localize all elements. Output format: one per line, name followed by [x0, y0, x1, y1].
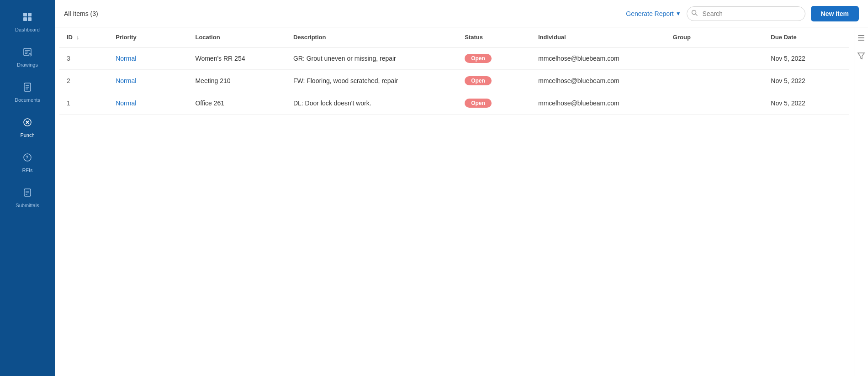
sidebar-item-dashboard[interactable]: Dashboard — [3, 5, 52, 39]
cell-id: 1 — [59, 92, 108, 115]
sidebar-item-punch[interactable]: Punch — [3, 111, 52, 144]
sidebar-item-documents[interactable]: Documents — [3, 76, 52, 109]
cell-due-date: Nov 5, 2022 — [763, 92, 849, 115]
svg-line-25 — [695, 14, 697, 16]
svg-rect-0 — [23, 13, 27, 16]
chevron-down-icon: ▼ — [676, 10, 681, 17]
cell-status: Open — [457, 47, 531, 70]
svg-rect-3 — [28, 17, 32, 21]
cell-priority: Normal — [108, 70, 188, 92]
rfis-icon: ? — [22, 152, 32, 165]
filter-icon[interactable] — [857, 52, 865, 62]
cell-due-date: Nov 5, 2022 — [763, 47, 849, 70]
items-table-container: ID ↓ Priority Location Description Statu… — [55, 27, 854, 376]
cell-group — [666, 47, 763, 70]
search-container — [687, 6, 805, 21]
table-row[interactable]: 2 Normal Meeting 210 FW: Flooring, wood … — [59, 70, 849, 92]
main-content: All Items (3) Generate Report ▼ New Item — [55, 0, 868, 376]
drawings-icon — [22, 47, 32, 59]
svg-rect-26 — [858, 35, 864, 36]
column-header-status[interactable]: Status — [457, 27, 531, 47]
sidebar-item-label: Dashboard — [15, 27, 40, 32]
search-icon — [691, 10, 698, 17]
cell-id: 2 — [59, 70, 108, 92]
sort-arrow-icon: ↓ — [76, 34, 79, 41]
status-badge: Open — [465, 76, 492, 85]
cell-location: Meeting 210 — [188, 70, 286, 92]
cell-description: DL: Door lock doesn't work. — [286, 92, 457, 115]
cell-individual: mmcelhose@bluebeam.com — [531, 92, 666, 115]
list-view-icon[interactable] — [857, 34, 865, 44]
sidebar-item-label: Submittals — [16, 203, 39, 208]
column-header-due-date[interactable]: Due Date — [763, 27, 849, 47]
svg-rect-1 — [28, 13, 32, 16]
table-header-row: ID ↓ Priority Location Description Statu… — [59, 27, 849, 47]
topbar: All Items (3) Generate Report ▼ New Item — [55, 0, 868, 27]
generate-report-button[interactable]: Generate Report ▼ — [626, 10, 681, 17]
page-title: All Items (3) — [64, 10, 620, 17]
cell-status: Open — [457, 92, 531, 115]
column-header-individual[interactable]: Individual — [531, 27, 666, 47]
cell-due-date: Nov 5, 2022 — [763, 70, 849, 92]
sidebar-item-rfis[interactable]: ? RFIs — [3, 146, 52, 179]
svg-rect-2 — [23, 17, 27, 21]
cell-id: 3 — [59, 47, 108, 70]
column-header-priority[interactable]: Priority — [108, 27, 188, 47]
cell-description: GR: Grout uneven or missing, repair — [286, 47, 457, 70]
submittals-icon — [22, 188, 32, 200]
cell-status: Open — [457, 70, 531, 92]
new-item-button[interactable]: New Item — [811, 6, 859, 21]
documents-icon — [22, 82, 32, 94]
generate-report-label: Generate Report — [626, 10, 673, 17]
status-badge: Open — [465, 99, 492, 108]
dashboard-icon — [22, 12, 32, 24]
svg-rect-27 — [858, 37, 864, 38]
cell-individual: mmcelhose@bluebeam.com — [531, 47, 666, 70]
search-input[interactable] — [687, 6, 805, 21]
table-row[interactable]: 3 Normal Women's RR 254 GR: Grout uneven… — [59, 47, 849, 70]
svg-marker-29 — [858, 53, 864, 59]
cell-individual: mmcelhose@bluebeam.com — [531, 70, 666, 92]
cell-group — [666, 70, 763, 92]
table-row[interactable]: 1 Normal Office 261 DL: Door lock doesn'… — [59, 92, 849, 115]
cell-description: FW: Flooring, wood scratched, repair — [286, 70, 457, 92]
new-item-label: New Item — [821, 10, 849, 17]
cell-priority: Normal — [108, 92, 188, 115]
sidebar-item-drawings[interactable]: Drawings — [3, 41, 52, 74]
status-badge: Open — [465, 54, 492, 63]
column-header-id[interactable]: ID ↓ — [59, 27, 108, 47]
column-header-description[interactable]: Description — [286, 27, 457, 47]
cell-location: Office 261 — [188, 92, 286, 115]
svg-text:?: ? — [26, 155, 28, 160]
cell-priority: Normal — [108, 47, 188, 70]
punch-icon — [22, 117, 32, 130]
sidebar-item-submittals[interactable]: Submittals — [3, 181, 52, 214]
column-header-group[interactable]: Group — [666, 27, 763, 47]
right-toolbar — [854, 27, 868, 376]
items-table: ID ↓ Priority Location Description Statu… — [59, 27, 849, 115]
sidebar-item-label: Punch — [20, 132, 34, 138]
sidebar: Dashboard Drawings Documents — [0, 0, 55, 376]
sidebar-item-label: Documents — [15, 97, 40, 103]
cell-location: Women's RR 254 — [188, 47, 286, 70]
sidebar-item-label: RFIs — [22, 167, 32, 173]
svg-rect-28 — [858, 40, 864, 41]
cell-group — [666, 92, 763, 115]
sidebar-item-label: Drawings — [17, 62, 38, 68]
column-header-location[interactable]: Location — [188, 27, 286, 47]
